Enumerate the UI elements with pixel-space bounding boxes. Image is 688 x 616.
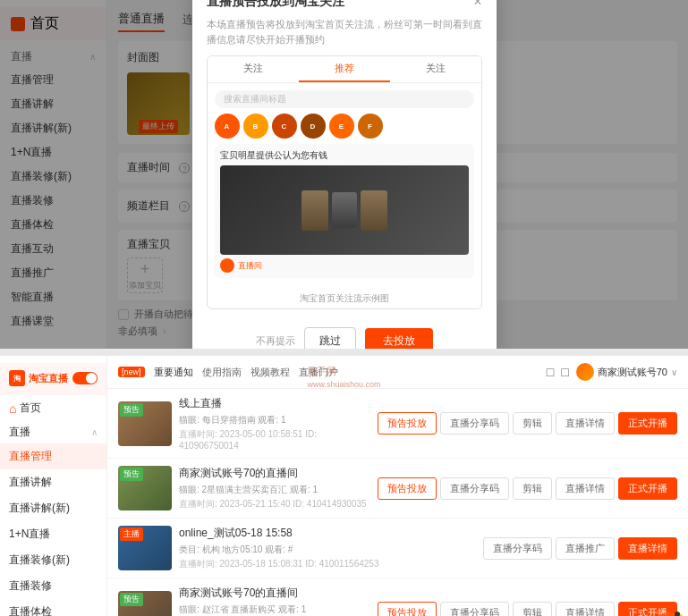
live-actions-1: 预告投放 直播分享码 剪辑 直播详情 正式开播 bbox=[378, 412, 677, 435]
merchant-avatar bbox=[576, 363, 594, 381]
bottom-sidebar-live-explain[interactable]: 直播讲解 bbox=[0, 469, 106, 495]
clip-btn-1[interactable]: 剪辑 bbox=[513, 412, 552, 435]
promo-btn-3[interactable]: 直播推广 bbox=[556, 537, 615, 560]
status-badge-3: 主播 bbox=[120, 527, 143, 541]
goto-button[interactable]: 去投放 bbox=[365, 328, 433, 349]
bottom-home-label: 首页 bbox=[20, 401, 41, 416]
modal-card-link[interactable]: 直播间 bbox=[238, 260, 262, 272]
live-title-3: online_测试05-18 15:58 bbox=[179, 526, 293, 541]
live-meta-2: 猫眼: 2星猫满主营买卖百汇 观看: 1 bbox=[179, 484, 370, 496]
modal-tab-follow[interactable]: 关注 bbox=[208, 56, 299, 82]
avatar-2: B bbox=[243, 114, 268, 139]
live-list-item: 预告 商家测试账号70的直播间 猫眼: 赵江省 直播新购买 观看: 1 直播时间… bbox=[107, 578, 688, 616]
modal-example-label: 淘宝首页关注流示例图 bbox=[208, 289, 481, 308]
status-badge-4: 预告 bbox=[120, 593, 143, 606]
section-divider bbox=[0, 349, 688, 356]
bottom-sidebar-header: 淘 淘宝直播 bbox=[0, 363, 106, 395]
live-info-4: 商家测试账号70的直播间 猫眼: 赵江省 直播新购买 观看: 1 直播时间: 2… bbox=[179, 586, 370, 616]
notice-invest-btn-2[interactable]: 预告投放 bbox=[378, 477, 437, 500]
share-code-btn-2[interactable]: 直播分享码 bbox=[440, 477, 509, 500]
person-figure-1 bbox=[302, 190, 328, 231]
live-info-2: 商家测试账号70的直播间 猫眼: 2星猫满主营买卖百汇 观看: 1 直播时间: … bbox=[179, 466, 370, 511]
start-live-btn-1[interactable]: 正式开播 bbox=[618, 412, 677, 435]
modal-dialog: 直播预告投放到淘宝关注 × 本场直播预告将投放到淘宝首页关注流，粉丝可第一时间看… bbox=[192, 0, 497, 349]
live-actions-2: 预告投放 直播分享码 剪辑 直播详情 正式开播 bbox=[378, 477, 677, 500]
live-meta-4: 猫眼: 赵江省 直播新购买 观看: 1 bbox=[179, 603, 370, 616]
live-title-4: 商家测试账号70的直播间 bbox=[179, 586, 298, 601]
merchant-dropdown-icon[interactable]: ∨ bbox=[671, 367, 677, 377]
modal-avatars-row: A B C D E F bbox=[215, 114, 474, 139]
share-code-btn-4[interactable]: 直播分享码 bbox=[440, 602, 509, 616]
bottom-sidebar-live-decor[interactable]: 直播装修 bbox=[0, 573, 106, 599]
person-figure-2 bbox=[332, 192, 357, 228]
bottom-sidebar-1nlive[interactable]: 1+N直播 bbox=[0, 521, 106, 547]
live-time-1: 直播时间: 2023-05-00 10:58:51 ID: 4109067500… bbox=[179, 428, 370, 451]
tbzb-logo: 淘 淘宝直播 bbox=[9, 370, 68, 386]
top-bar-left: [new] 重要通知 使用指南 视频教程 直播门户 bbox=[118, 366, 338, 379]
live-time-3: 直播时间: 2023-05-18 15:08:31 ID: 4100115642… bbox=[179, 558, 476, 570]
live-thumb-1: 预告 bbox=[118, 401, 172, 446]
square-icon-1[interactable]: □ bbox=[547, 365, 554, 379]
share-code-btn-1[interactable]: 直播分享码 bbox=[440, 412, 509, 435]
bottom-main-content: [new] 重要通知 使用指南 视频教程 直播门户 □ □ 商家测试账号70 ∨ bbox=[107, 356, 688, 616]
modal-preview-card: 宝贝明星提供公认为您有钱 直播间 bbox=[215, 144, 474, 278]
detail-btn-2[interactable]: 直播详情 bbox=[556, 477, 615, 500]
modal-card-footer: 直播间 bbox=[220, 258, 469, 273]
modal-tab-recommend[interactable]: 推荐 bbox=[299, 56, 390, 82]
live-actions-4: 预告投放 直播分享码 剪辑 直播详情 正式开播 bbox=[378, 602, 677, 616]
video-tutorial-link[interactable]: 视频教程 bbox=[251, 366, 290, 379]
home-fill-icon: ⌂ bbox=[9, 401, 16, 416]
tbzb-text: 淘宝直播 bbox=[29, 372, 68, 385]
start-live-btn-2[interactable]: 正式开播 bbox=[618, 477, 677, 500]
tbzb-toggle[interactable] bbox=[72, 372, 98, 384]
detail-btn-3[interactable]: 直播详情 bbox=[618, 537, 677, 560]
modal-subtitle: 本场直播预告将投放到淘宝首页关注流，粉丝可第一时间看到直播信息请尽快开始开播预约 bbox=[192, 17, 497, 55]
guide-link[interactable]: 使用指南 bbox=[202, 366, 242, 379]
status-badge-2: 预告 bbox=[120, 468, 143, 481]
bottom-section: 甩手网www.shuaishou.com 淘 淘宝直播 ⌂ 首页 直播 ∧ 直播… bbox=[0, 356, 688, 616]
modal-close-button[interactable]: × bbox=[473, 0, 481, 9]
modal-preview-content: 搜索直播间标题 A B C D E F 宝贝明星提供公认为您有钱 bbox=[208, 83, 481, 289]
new-badge: [new] bbox=[118, 367, 145, 377]
live-list-item: 预告 商家测试账号70的直播间 猫眼: 2星猫满主营买卖百汇 观看: 1 直播时… bbox=[107, 459, 688, 519]
modal-tab-follow2[interactable]: 关注 bbox=[390, 56, 481, 82]
bottom-sidebar: 淘 淘宝直播 ⌂ 首页 直播 ∧ 直播管理 直播讲解 直播讲解(新) 1+N直播… bbox=[0, 356, 107, 616]
avatar-4: D bbox=[301, 114, 326, 139]
toggle-dot bbox=[86, 373, 97, 384]
square-icon-2[interactable]: □ bbox=[561, 365, 568, 379]
live-thumb-2: 预告 bbox=[118, 466, 172, 511]
live-thumb-3: 主播 bbox=[118, 526, 172, 570]
bottom-sidebar-live-decor-new[interactable]: 直播装修(新) bbox=[0, 547, 106, 573]
no-show-again-label[interactable]: 不再提示 bbox=[256, 334, 295, 348]
modal-card-persons bbox=[302, 190, 387, 231]
skip-button[interactable]: 跳过 bbox=[304, 327, 356, 349]
live-list: 预告 线上直播 猫眼: 每日穿搭指南 观看: 1 直播时间: 2023-05-0… bbox=[107, 389, 688, 616]
bottom-home-link[interactable]: ⌂ 首页 bbox=[0, 395, 106, 421]
bottom-sidebar-live-explain-new[interactable]: 直播讲解(新) bbox=[0, 495, 106, 521]
top-section: 首页 直播 ∧ 直播管理 直播讲解 直播讲解(新) 1+N直播 直播装修(新) … bbox=[0, 0, 688, 349]
live-title-1: 线上直播 bbox=[179, 396, 222, 411]
live-meta-1: 猫眼: 每日穿搭指南 观看: 1 bbox=[179, 414, 370, 426]
important-notice-label: 重要通知 bbox=[154, 366, 193, 379]
start-live-btn-4[interactable]: 正式开播 bbox=[618, 602, 677, 616]
tbzb-icon: 淘 bbox=[9, 370, 25, 386]
live-portal-link[interactable]: 直播门户 bbox=[299, 366, 338, 379]
live-list-item: 预告 线上直播 猫眼: 每日穿搭指南 观看: 1 直播时间: 2023-05-0… bbox=[107, 389, 688, 459]
bottom-live-section-header[interactable]: 直播 ∧ bbox=[0, 421, 106, 443]
clip-btn-2[interactable]: 剪辑 bbox=[513, 477, 552, 500]
modal-search-bar: 搜索直播间标题 bbox=[215, 90, 474, 108]
top-bar-right: □ □ 商家测试账号70 ∨ bbox=[547, 363, 677, 381]
notice-invest-btn-4[interactable]: 预告投放 bbox=[378, 602, 437, 616]
live-title-2: 商家测试账号70的直播间 bbox=[179, 466, 298, 481]
live-time-2: 直播时间: 2023-05-21 15:40 ID: 410414930035 bbox=[179, 498, 370, 511]
bottom-sidebar-live-check[interactable]: 直播体检 bbox=[0, 599, 106, 616]
bottom-sidebar-live-manage[interactable]: 直播管理 bbox=[0, 443, 106, 469]
modal-card-image bbox=[220, 165, 469, 255]
notice-invest-btn-1[interactable]: 预告投放 bbox=[378, 412, 437, 435]
modal-card-title: 宝贝明星提供公认为您有钱 bbox=[220, 149, 469, 162]
clip-btn-4[interactable]: 剪辑 bbox=[513, 602, 552, 616]
detail-btn-4[interactable]: 直播详情 bbox=[556, 602, 615, 616]
detail-btn-1[interactable]: 直播详情 bbox=[556, 412, 615, 435]
share-code-btn-3[interactable]: 直播分享码 bbox=[483, 537, 552, 560]
bottom-top-bar: [new] 重要通知 使用指南 视频教程 直播门户 □ □ 商家测试账号70 ∨ bbox=[107, 356, 688, 389]
